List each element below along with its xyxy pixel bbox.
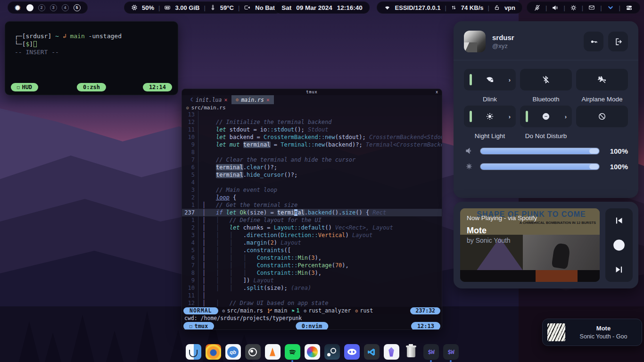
hud-terminal-window[interactable]: ┌─[srdusr] ~ ↲ main -unstaged └─[$] -- I… [5, 21, 178, 95]
tmux-window-badge[interactable]: 0:nvim [296, 322, 328, 330]
vim-mode-badge: NORMAL [183, 307, 218, 314]
dock-icon-vlc[interactable] [265, 344, 281, 360]
dock-icon-discord[interactable] [344, 344, 360, 360]
line-number: 6 [182, 254, 198, 262]
code-line: 1│ │ // Define layout for the UI [182, 216, 442, 224]
workspace-2[interactable]: 2 [38, 4, 45, 11]
line-number: 10 [182, 284, 198, 292]
code-line: 7│ │ │ │ Constraint::Percentage(70), [182, 262, 442, 269]
workspace-3[interactable]: 3 [50, 4, 57, 11]
dock-icon-firefox[interactable] [206, 344, 221, 360]
topbar-stats-group: 50% | 3.00 GiB | 59°C | No Bat [124, 1, 282, 14]
tab-main-rs[interactable]: ⚙ main.rs × [231, 95, 273, 104]
chevron-right-icon[interactable]: › [565, 113, 567, 120]
tile-do-not-disturb[interactable]: › [520, 106, 572, 127]
active-indicator [526, 111, 528, 122]
tab-init-lua[interactable]: ☾ init.lua × [186, 95, 231, 104]
code-line: 10 let backend = CrosstermBackend::new(s… [182, 133, 442, 141]
code-line: 8 [182, 148, 442, 156]
topbar-clock[interactable]: Sat 09 Mar 2024 12:16:40 [274, 1, 370, 14]
previous-track-button[interactable] [612, 214, 626, 228]
editor-terminal-window[interactable]: tmux x ☾ init.lua × ⚙ main.rs × ⚙ src/ma… [182, 89, 442, 330]
volume-slider-row: 100% [454, 147, 638, 155]
tab-close-icon[interactable]: × [224, 97, 227, 103]
line-number: 9 [182, 277, 198, 284]
tile-night-light[interactable]: › [464, 106, 516, 127]
pause-button[interactable] [612, 238, 626, 252]
breadcrumb: ⚙ src/main.rs [182, 104, 442, 111]
memory-icon [164, 4, 171, 11]
control-center-panel: srdusr @xyz › Dlink Bluetooth [454, 21, 638, 198]
volume-icon[interactable] [552, 4, 559, 11]
code-line: 1│ // Get the terminal size [182, 201, 442, 209]
line-number: 13 [182, 111, 198, 118]
dock-icon-obs[interactable] [245, 344, 261, 360]
dock-icon-steam[interactable] [324, 344, 340, 360]
user-name: srdusr [492, 33, 514, 42]
running-indicator [450, 360, 452, 362]
chevron-right-icon[interactable]: › [509, 76, 511, 83]
tmux-session-badge[interactable]: □tmux [183, 322, 214, 330]
dock-icon-vscode[interactable] [364, 344, 380, 360]
dock-icon-wezterm-2[interactable]: $W [443, 344, 459, 360]
code-editor[interactable]: 1312 // Initialize the terminal backend1… [182, 111, 442, 307]
line-number: 8 [182, 269, 198, 277]
window-titlebar[interactable]: tmux x [182, 89, 442, 95]
slider-knob[interactable] [589, 148, 599, 154]
volume-value: 100% [605, 147, 628, 155]
terminal-cursor [33, 41, 37, 47]
line-number: 12 [182, 118, 198, 126]
logout-button[interactable] [608, 32, 628, 51]
memory-usage: 3.00 GiB [175, 4, 199, 11]
dock-icon-photos[interactable] [305, 344, 320, 360]
dock-icon-wezterm[interactable]: $W [423, 344, 439, 360]
settings-gear-icon[interactable] [570, 4, 577, 11]
statusline-branch: main [274, 307, 288, 314]
chevron-right-icon[interactable]: › [509, 113, 511, 120]
code-line: 3 // Main event loop [182, 186, 442, 194]
chevron-down-icon[interactable] [607, 5, 614, 11]
keyring-button[interactable] [584, 32, 603, 51]
volume-slider[interactable] [480, 148, 600, 155]
tile-airplane-mode[interactable] [576, 69, 628, 90]
dock-icon-qbittorrent[interactable]: qb [225, 344, 241, 360]
dock-icon-spotify[interactable] [285, 344, 300, 360]
airplane-off-icon [597, 75, 607, 84]
clock-day: Sat [281, 4, 291, 11]
slider-knob[interactable] [589, 164, 599, 169]
tmux-session-badge[interactable]: □HUD [11, 83, 38, 91]
code-line: 11 let stdout = io::stdout(); Stdout [182, 126, 442, 133]
flag-icon: ⚑ [291, 308, 294, 313]
line-number: 8 [182, 148, 198, 156]
statusline-filename: src/main.rs [227, 307, 263, 314]
line-number: 3 [182, 231, 198, 239]
dashboard-toggles-icon[interactable] [625, 4, 633, 11]
window-close-button[interactable]: x [436, 90, 438, 94]
line-number: 12 [182, 299, 198, 307]
tmux-window-badge[interactable]: 0:zsh [77, 83, 106, 91]
brightness-slider[interactable] [480, 163, 600, 170]
tile-dlink[interactable]: › [464, 69, 516, 90]
next-track-button[interactable] [612, 263, 626, 277]
tile-blocked[interactable] [576, 106, 628, 127]
dock-icon-trash[interactable] [404, 344, 419, 360]
workspace-4[interactable]: 4 [62, 4, 69, 11]
workspace-5[interactable]: 5 [74, 4, 81, 11]
line-number: 2 [182, 224, 198, 231]
tab-close-icon[interactable]: × [266, 97, 270, 103]
line-number: 237 [182, 209, 198, 216]
tile-bluetooth[interactable] [520, 69, 572, 90]
lua-moon-icon: ☾ [190, 97, 193, 102]
mail-icon[interactable] [588, 4, 595, 11]
dock-icon-file-manager[interactable] [186, 344, 201, 360]
cpu-icon [131, 4, 138, 11]
topbar-left-group: ✹ 2345 [8, 1, 88, 14]
cwd-line: cwd: /home/srdusr/projects/typerpunk [182, 314, 442, 322]
dock-icon-obsidian[interactable] [384, 344, 399, 360]
workspace-1[interactable] [26, 4, 33, 11]
microphone-muted-icon[interactable] [534, 4, 541, 11]
network-speed: 74 KB/s [461, 4, 484, 11]
line-number: 3 [182, 186, 198, 194]
line-number: 7 [182, 156, 198, 164]
media-notification[interactable]: Mote Sonic Youth - Goo [542, 319, 642, 346]
